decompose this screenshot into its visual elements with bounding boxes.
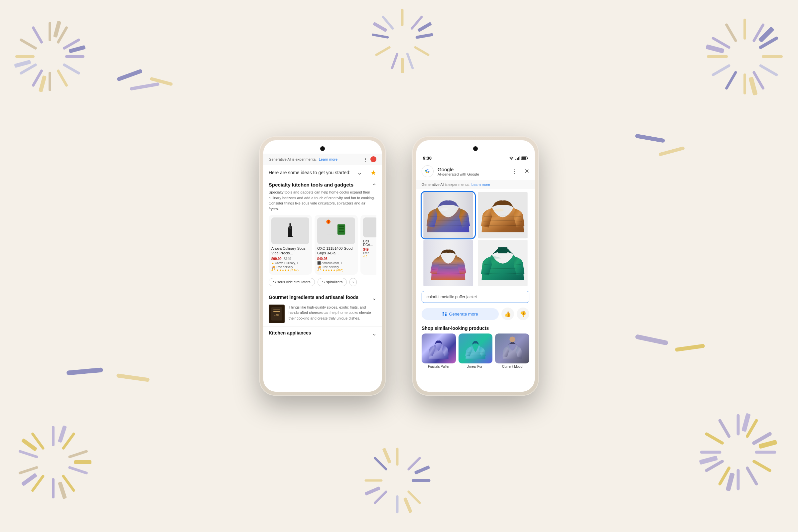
svg-rect-90 — [658, 146, 685, 156]
google-app-header: Google AI-generated with Google ⋮ ✕ — [416, 163, 535, 180]
jacket-img-1 — [422, 192, 475, 239]
svg-rect-91 — [66, 367, 103, 375]
svg-point-131 — [509, 337, 515, 342]
decoration-lines-4 — [632, 332, 715, 359]
svg-line-63 — [375, 492, 386, 503]
ai-banner-text-right: Generative AI is experimental. — [422, 183, 471, 187]
phone-left-screen: Generative AI is experimental. Learn mor… — [263, 140, 382, 392]
svg-line-33 — [417, 35, 432, 37]
learn-more-link-right[interactable]: Learn more — [472, 183, 490, 187]
svg-line-47 — [63, 476, 74, 491]
svg-line-37 — [376, 48, 390, 55]
svg-line-75 — [747, 468, 757, 484]
product1-seller: ▲ Anova Culinary, +... — [271, 261, 309, 265]
product-card-anova[interactable]: Anova Culinary Sous Vide Precis... $99.9… — [269, 215, 312, 274]
svg-rect-130 — [445, 314, 446, 316]
chip-sous-vide[interactable]: ↪ sous vide circulators — [269, 278, 315, 286]
product-card-partial[interactable]: Das DCA... $49 Free 4.6 — [360, 215, 376, 274]
svg-rect-124 — [423, 240, 473, 286]
svg-rect-89 — [635, 134, 665, 142]
section2-chevron[interactable]: ⌄ — [372, 295, 376, 301]
svg-line-78 — [706, 461, 723, 471]
shop-similar-section: Shop similar-looking products — [416, 323, 535, 371]
section1-chevron[interactable]: ⌃ — [372, 183, 376, 189]
camera-hole-right — [473, 146, 478, 151]
svg-rect-14 — [39, 75, 47, 92]
jacket-cell-4[interactable] — [476, 240, 529, 286]
svg-line-8 — [21, 65, 35, 73]
svg-line-23 — [726, 73, 736, 89]
svg-rect-114 — [517, 158, 518, 160]
svg-line-24 — [713, 66, 729, 75]
product-card-oxo[interactable]: OXO 11151400 Good Grips 3-Bla... $40.95 … — [315, 215, 358, 274]
chips-row: ↪ sous vide circulators ↪ spiralizers › — [269, 278, 376, 286]
section3-chevron[interactable]: ⌄ — [372, 330, 376, 337]
product-img-partial — [363, 217, 376, 238]
header-actions: ⋮ ✕ — [512, 168, 529, 175]
product2-price-sale: $40.95 — [317, 257, 327, 261]
svg-rect-119 — [522, 157, 526, 159]
thumbs-down-btn[interactable]: 👎 — [517, 307, 529, 320]
svg-line-39 — [383, 17, 393, 28]
svg-rect-40 — [417, 22, 432, 32]
learn-more-link-left[interactable]: Learn more — [319, 157, 338, 161]
svg-rect-67 — [403, 497, 413, 513]
svg-line-59 — [408, 458, 420, 469]
svg-line-74 — [754, 461, 770, 471]
section-gourmet: Gourmet ingredients and artisanal foods … — [263, 291, 382, 326]
svg-rect-13 — [69, 45, 86, 54]
svg-rect-54 — [74, 460, 92, 464]
shop-img-unreal — [458, 334, 493, 363]
generate-row: Generate more 👍 👎 — [416, 305, 535, 323]
search-query-bar[interactable]: colorful metallic puffer jacket — [422, 291, 529, 303]
gourmet-text-block: Things like high-quality spices, exotic … — [289, 305, 376, 321]
product-img-oxo — [317, 217, 355, 244]
jacket-cell-2[interactable] — [476, 192, 529, 239]
jacket-cell-3[interactable] — [422, 240, 475, 286]
svg-rect-92 — [116, 374, 150, 382]
products-row: Anova Culinary Sous Vide Precis... $99.9… — [269, 215, 376, 274]
google-app-name: Google — [438, 167, 508, 172]
chip-spiralizers[interactable]: ↪ spiralizers — [318, 278, 347, 286]
product1-rating: 4.5 ★★★★★ (5.9K) — [271, 269, 309, 272]
ideas-chevron[interactable]: ⌄ — [357, 169, 362, 176]
phone-right-content: 9:30 — [416, 140, 535, 392]
svg-rect-42 — [373, 22, 387, 32]
svg-line-51 — [20, 452, 37, 457]
shop-card-current-mood[interactable]: Current Mood — [495, 334, 529, 368]
product2-name: OXO 11151400 Good Grips 3-Bla... — [317, 246, 355, 256]
svg-rect-101 — [326, 227, 336, 234]
ideas-header-text: Here are some ideas to get you started: — [269, 170, 350, 175]
svg-line-77 — [720, 468, 729, 484]
more-options-btn[interactable]: ⋮ — [512, 168, 518, 175]
svg-line-10 — [21, 40, 35, 48]
svg-text:JAR: JAR — [274, 314, 279, 317]
svg-line-5 — [58, 71, 66, 85]
generate-more-btn[interactable]: Generate more — [422, 308, 499, 320]
close-btn[interactable]: ✕ — [524, 168, 529, 175]
svg-line-32 — [412, 17, 422, 28]
jacket-img-2 — [476, 192, 529, 239]
svg-rect-111 — [273, 309, 280, 310]
svg-rect-112 — [273, 311, 280, 312]
decoration-lines-2 — [632, 133, 698, 159]
thumbs-up-btn[interactable]: 👍 — [501, 307, 514, 320]
shop-card-fractals[interactable]: Fractals Puffer — [422, 334, 456, 368]
svg-rect-84 — [725, 473, 735, 491]
chip-more[interactable]: › — [349, 278, 357, 286]
svg-rect-29 — [748, 77, 758, 96]
shop-img-current-mood — [495, 334, 529, 363]
shop-card-unreal[interactable]: Unreal Fur - — [458, 334, 493, 368]
svg-rect-69 — [382, 448, 391, 463]
svg-rect-116 — [519, 156, 520, 160]
svg-rect-68 — [364, 487, 380, 496]
svg-line-11 — [33, 27, 41, 42]
svg-point-99 — [290, 227, 291, 228]
svg-rect-85 — [699, 456, 718, 465]
phone-right-screen: 9:30 — [416, 140, 535, 392]
camera-hole-left — [320, 146, 325, 151]
svg-line-34 — [415, 48, 428, 55]
svg-line-38 — [373, 35, 387, 37]
svg-line-35 — [407, 54, 412, 68]
jacket-cell-1[interactable] — [422, 192, 475, 239]
